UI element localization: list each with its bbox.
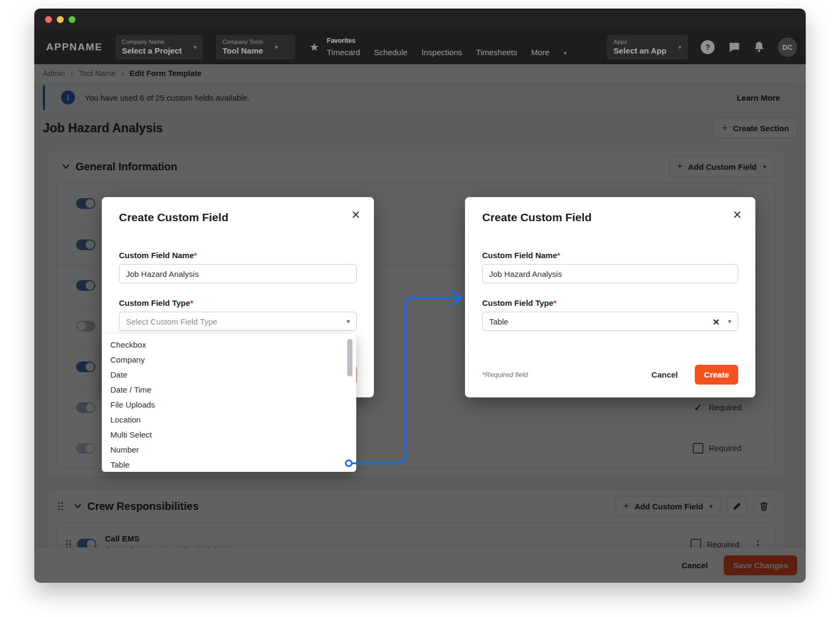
required-asterisk: * [190, 298, 193, 307]
tool-picker[interactable]: Company Tools Tool Name ▾ [216, 35, 295, 59]
help-button[interactable]: ? [701, 40, 715, 54]
tool-picker-value: Tool Name [222, 46, 263, 56]
required-asterisk: * [553, 298, 557, 307]
favorites-group: Favorites Timecard Schedule Inspections … [327, 37, 567, 57]
project-picker-value: Select a Project [122, 46, 182, 56]
chevron-down-icon: ▾ [347, 318, 350, 325]
tool-picker-label: Company Tools [222, 39, 263, 46]
apps-picker-label: Apps [613, 39, 666, 46]
modal-title: Create Custom Field [482, 211, 738, 224]
window-titlebar [34, 9, 806, 30]
custom-field-name-input[interactable] [482, 264, 738, 283]
field-type-dropdown: Checkbox Company Date Date / Time File U… [102, 334, 356, 472]
nav-item-inspections[interactable]: Inspections [422, 47, 462, 58]
screenshot-canvas: APPNAME Company Name Select a Project ▾ … [0, 0, 840, 617]
type-field-label: Custom Field Type [119, 298, 190, 307]
nav-item-timecard[interactable]: Timecard [327, 47, 360, 58]
help-icon: ? [701, 40, 715, 54]
star-icon: ★ [309, 41, 319, 54]
custom-field-type-select[interactable]: Select Custom Field Type ▾ [119, 312, 357, 331]
apps-picker[interactable]: Apps Select an App ▾ [607, 35, 688, 59]
option-file-uploads[interactable]: File Uploads [102, 397, 356, 412]
option-company[interactable]: Company [102, 352, 356, 367]
window-maximize-button[interactable] [69, 16, 76, 23]
chat-button[interactable] [728, 41, 740, 53]
dropdown-scrollbar[interactable] [347, 339, 352, 377]
create-custom-field-modal-right: Create Custom Field × Custom Field Name*… [465, 197, 755, 397]
app-logo: APPNAME [46, 41, 103, 53]
option-number[interactable]: Number [102, 442, 356, 457]
project-picker-label: Company Name [122, 39, 182, 46]
avatar: DC [778, 37, 797, 57]
required-note: Required field [485, 371, 528, 379]
close-icon[interactable]: × [733, 208, 741, 222]
option-date[interactable]: Date [102, 367, 356, 382]
user-menu[interactable]: DC [778, 37, 797, 57]
nav-item-schedule[interactable]: Schedule [374, 47, 408, 58]
chevron-down-icon: ▾ [728, 318, 731, 325]
window-minimize-button[interactable] [57, 16, 64, 23]
window-close-button[interactable] [45, 16, 52, 23]
nav-item-more[interactable]: More ▾ [531, 47, 567, 58]
type-field-label: Custom Field Type [482, 298, 553, 307]
chevron-down-icon: ▾ [275, 43, 278, 51]
bell-icon [753, 41, 765, 54]
modal-title: Create Custom Field [119, 211, 357, 224]
required-asterisk: * [557, 251, 560, 260]
name-field-label: Custom Field Name [119, 251, 194, 260]
project-picker[interactable]: Company Name Select a Project ▾ [116, 35, 204, 59]
name-field-label: Custom Field Name [482, 251, 557, 260]
required-asterisk: * [194, 251, 197, 260]
chevron-down-icon: ▾ [193, 43, 197, 51]
custom-field-type-select[interactable]: Table × ▾ [482, 312, 738, 331]
custom-field-name-input[interactable] [119, 264, 357, 283]
option-date-time[interactable]: Date / Time [102, 382, 356, 397]
modal-cancel-button[interactable]: Cancel [643, 365, 686, 385]
select-placeholder: Select Custom Field Type [126, 317, 218, 326]
nav-item-timesheets[interactable]: Timesheets [476, 47, 518, 58]
option-multi-select[interactable]: Multi Select [102, 427, 356, 442]
notifications-button[interactable] [753, 41, 765, 54]
select-value: Table [489, 317, 508, 326]
chevron-down-icon: ▾ [678, 43, 681, 51]
top-navbar: APPNAME Company Name Select a Project ▾ … [34, 30, 806, 64]
option-checkbox[interactable]: Checkbox [102, 337, 356, 352]
apps-picker-value: Select an App [613, 46, 666, 56]
clear-selection-icon[interactable]: × [713, 316, 719, 327]
close-icon[interactable]: × [351, 208, 360, 222]
option-location[interactable]: Location [102, 412, 356, 427]
nav-item-more-label: More [531, 48, 550, 57]
modal-create-button[interactable]: Create [695, 365, 738, 385]
chat-icon [728, 41, 740, 53]
option-table[interactable]: Table [102, 457, 356, 472]
favorites-label: Favorites [327, 37, 567, 46]
chevron-down-icon: ▾ [564, 49, 567, 57]
